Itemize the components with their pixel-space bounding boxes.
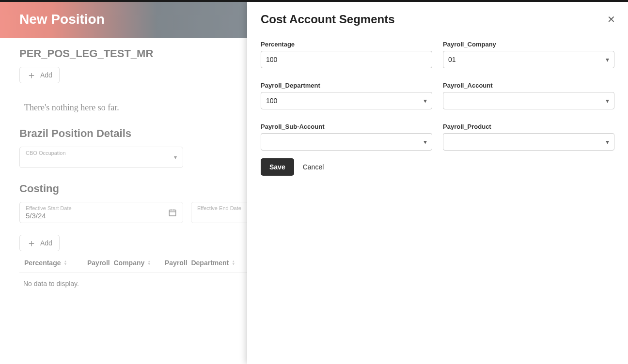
sort-icon: ▲▼ (63, 260, 67, 266)
close-icon: ✕ (607, 14, 615, 25)
calendar-icon[interactable] (168, 208, 177, 217)
modal-form-grid: Percentage Payroll_Company 01 Payroll_De… (261, 41, 614, 151)
col-header-company[interactable]: Payroll_Company ▲▼ (87, 259, 165, 267)
product-field: Payroll_Product (443, 123, 614, 151)
col-header-department[interactable]: Payroll_Department ▲▼ (165, 259, 242, 267)
end-date-label: Effective End Date (197, 205, 241, 211)
add-label: Add (40, 239, 52, 247)
cbo-label: CBO Occupation (26, 150, 66, 156)
col-header-percentage[interactable]: Percentage ▲▼ (24, 259, 87, 267)
percentage-input[interactable] (261, 51, 432, 68)
save-button[interactable]: Save (261, 158, 294, 176)
modal-actions: Save Cancel (261, 158, 614, 176)
close-button[interactable]: ✕ (607, 14, 615, 25)
page-container: New Position segment1 PER_POS_LEG_TEST_M… (0, 2, 628, 364)
svg-rect-0 (169, 210, 176, 216)
chevron-down-icon: ▾ (174, 154, 177, 161)
cbo-occupation-field[interactable]: CBO Occupation ▾ (19, 147, 183, 168)
modal-title: Cost Account Segments (261, 13, 614, 26)
add-label: Add (40, 71, 52, 79)
department-select[interactable]: 100 (261, 92, 432, 109)
plus-icon: ＋ (27, 240, 36, 246)
cost-account-segments-modal: Cost Account Segments ✕ Percentage Payro… (247, 2, 628, 364)
page-title: New Position (19, 12, 105, 27)
sub-account-label: Payroll_Sub-Account (261, 123, 432, 130)
cancel-button[interactable]: Cancel (303, 163, 324, 171)
account-select[interactable] (443, 92, 614, 109)
percentage-field: Percentage (261, 41, 432, 68)
plus-icon: ＋ (27, 72, 36, 78)
percentage-label: Percentage (261, 41, 432, 48)
sub-account-select[interactable] (261, 133, 432, 151)
company-label: Payroll_Company (443, 41, 614, 48)
department-field: Payroll_Department 100 (261, 82, 432, 109)
department-label: Payroll_Department (261, 82, 432, 89)
account-label: Payroll_Account (443, 82, 614, 89)
sort-icon: ▲▼ (232, 260, 235, 266)
effective-start-date-field[interactable]: Effective Start Date 5/3/24 (19, 202, 183, 223)
product-label: Payroll_Product (443, 123, 614, 130)
product-select[interactable] (443, 133, 614, 151)
sub-account-field: Payroll_Sub-Account (261, 123, 432, 151)
company-select[interactable]: 01 (443, 51, 614, 68)
start-date-label: Effective Start Date (26, 205, 72, 211)
sort-icon: ▲▼ (147, 260, 151, 266)
start-date-value: 5/3/24 (26, 212, 46, 220)
company-field: Payroll_Company 01 (443, 41, 614, 68)
account-field: Payroll_Account (443, 82, 614, 109)
add-button-costing[interactable]: ＋ Add (19, 235, 60, 251)
add-button-leg[interactable]: ＋ Add (19, 67, 60, 83)
